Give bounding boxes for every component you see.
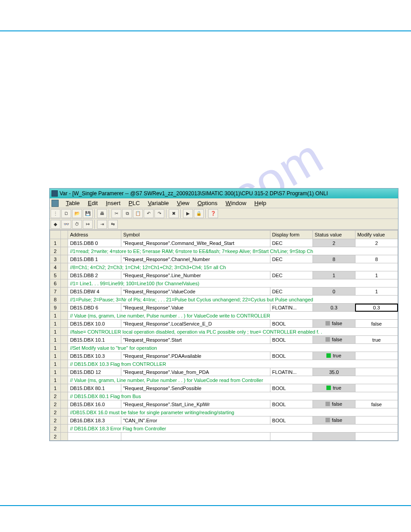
address-cell[interactable]: DB15.DBX 10.0	[68, 320, 121, 328]
row-mark[interactable]	[60, 263, 68, 271]
address-cell[interactable]: DB15.DBW 4	[68, 287, 121, 296]
display-form-cell[interactable]: BOOL	[270, 416, 313, 425]
comment-cell[interactable]: // DB16.DBX 18.3 Error Flag from Control…	[68, 425, 398, 433]
toolbar-help-button[interactable]: ❓	[208, 209, 218, 218]
table-row[interactable]: 2DB16.DBX 18.3"CAN_IN".ErrorBOOLfalse	[50, 416, 398, 425]
modify-value-cell[interactable]	[355, 416, 398, 425]
toolbar-lock-button[interactable]: 🔒	[194, 209, 204, 218]
symbol-cell[interactable]: "Request_Response".LocalService_E_D	[121, 320, 270, 328]
symbol-cell[interactable]: "CAN_IN".Error	[121, 416, 270, 425]
menu-help[interactable]: Help	[251, 198, 270, 208]
row-mark[interactable]	[60, 384, 68, 392]
toolbar-transfer-button[interactable]: ⇆	[108, 220, 118, 229]
toolbar-copy-button[interactable]: ⧉	[122, 209, 132, 218]
toolbar-glasses-button[interactable]: 👓	[61, 220, 71, 229]
row-mark[interactable]	[60, 304, 68, 312]
address-cell[interactable]: DB15.DBD 6	[68, 304, 121, 312]
modify-value-cell[interactable]	[355, 384, 398, 392]
address-cell[interactable]: DB15.DBX 16.0	[68, 400, 121, 408]
modify-value-cell[interactable]	[355, 368, 398, 376]
row-mark[interactable]	[60, 416, 68, 425]
symbol-cell[interactable]: "Request_Response".ValueCode	[121, 287, 270, 296]
symbol-cell[interactable]: "Request_Response".Start_Line_KplWr	[121, 400, 270, 408]
table-row[interactable]: 1DB15.DBX 80.1"Request_Response".SendPos…	[50, 384, 398, 392]
modify-value-cell[interactable]: false	[355, 320, 398, 328]
row-mark[interactable]	[60, 247, 68, 255]
display-form-cell[interactable]: DEC	[270, 255, 313, 263]
row-mark[interactable]	[60, 287, 68, 296]
toolbar-modify-button[interactable]: ⇥	[97, 220, 107, 229]
table-row[interactable]: 3DB15.DBB 1"Request_Response".Channel_Nu…	[50, 255, 398, 263]
address-cell[interactable]: DB15.DBX 10.1	[68, 336, 121, 344]
modify-value-cell[interactable]: 0.3	[355, 304, 398, 312]
table-row[interactable]: 2//1=read; 2=write; 4=store to EE; 5=era…	[50, 247, 398, 255]
table-row[interactable]: 1//false= CONTROLLER local operation dis…	[50, 328, 398, 336]
symbol-cell[interactable]: "Request_Response".Line_Number	[121, 271, 270, 279]
display-form-cell[interactable]: DEC	[270, 239, 313, 247]
comment-cell[interactable]: // DB15.DBX 80.1 Flag from Bus	[68, 392, 398, 400]
toolbar-step-button[interactable]: ↦	[83, 220, 93, 229]
display-form-cell[interactable]: BOOL	[270, 320, 313, 328]
modify-value-cell[interactable]: 8	[355, 255, 398, 263]
toolbar-open-button[interactable]: 📂	[72, 209, 82, 218]
table-row[interactable]: 2	[50, 433, 398, 441]
col-display-form[interactable]: Display form	[270, 231, 313, 239]
toolbar-redo-button[interactable]: ↷	[154, 209, 164, 218]
table-row[interactable]: 1// DB15.DBX 10.3 Flag from CONTROLLER	[50, 360, 398, 368]
titlebar[interactable]: Var - [W_Single Paramerer -- @S7 SWRev1_…	[50, 189, 398, 198]
row-mark[interactable]	[60, 336, 68, 344]
row-mark[interactable]	[60, 312, 68, 320]
toolbar-cut-button[interactable]: ✂	[111, 209, 121, 218]
display-form-cell[interactable]: BOOL	[270, 352, 313, 360]
col-status-value[interactable]: Status value	[313, 231, 355, 239]
symbol-cell[interactable]: "Request_Response".Value_from_PDA	[121, 368, 270, 376]
col-modify-value[interactable]: Modify value	[355, 231, 398, 239]
row-mark[interactable]	[60, 368, 68, 376]
col-symbol[interactable]: Symbol	[121, 231, 270, 239]
row-mark[interactable]	[60, 392, 68, 400]
toolbar-go-button[interactable]: ▶	[183, 209, 193, 218]
address-cell[interactable]: DB16.DBX 18.3	[68, 416, 121, 425]
toolbar-print-button[interactable]: 🖶	[97, 209, 107, 218]
modify-value-cell[interactable]: 1	[355, 271, 398, 279]
table-row[interactable]: 1// Value (ms, gramm, Line number, Pulse…	[50, 376, 398, 384]
table-row[interactable]: 6//1= Line1. . . 99=Line99; 100=Line100 …	[50, 279, 398, 287]
comment-cell[interactable]: //8=Ch1; 4=Ch2; 2=Ch3; 1=Ch4; 12=Ch1+Ch2…	[68, 263, 398, 271]
display-form-cell[interactable]: FLOATIN...	[270, 304, 313, 312]
menu-window[interactable]: Window	[222, 198, 250, 208]
modify-value-cell[interactable]	[355, 352, 398, 360]
modify-value-cell[interactable]: false	[355, 400, 398, 408]
row-mark[interactable]	[60, 352, 68, 360]
table-row[interactable]: 2DB15.DBX 16.0"Request_Response".Start_L…	[50, 400, 398, 408]
row-mark[interactable]	[60, 400, 68, 408]
symbol-cell[interactable]: "Request_Response".PDAAvailable	[121, 352, 270, 360]
table-row[interactable]: 5DB15.DBB 2"Request_Response".Line_Numbe…	[50, 271, 398, 279]
address-cell[interactable]: DB15.DBB 0	[68, 239, 121, 247]
display-form-cell[interactable]: BOOL	[270, 336, 313, 344]
row-mark[interactable]	[60, 296, 68, 304]
address-cell[interactable]: DB15.DBB 2	[68, 271, 121, 279]
table-row[interactable]: 2// DB16.DBX 18.3 Error Flag from Contro…	[50, 425, 398, 433]
row-mark[interactable]	[60, 344, 68, 352]
row-mark[interactable]	[60, 328, 68, 336]
table-row[interactable]: 1DB15.DBX 10.0"Request_Response".LocalSe…	[50, 320, 398, 328]
comment-cell[interactable]: // Value (ms, gramm, Line number, Pulse …	[68, 312, 398, 320]
row-mark[interactable]	[60, 239, 68, 247]
table-row[interactable]: 9DB15.DBD 6"Request_Response".ValueFLOAT…	[50, 304, 398, 312]
symbol-cell[interactable]: "Request_Response".Channel_Number	[121, 255, 270, 263]
display-form-cell[interactable]: FLOATIN...	[270, 368, 313, 376]
toolbar-grip-button[interactable]: ⋮	[51, 209, 60, 218]
toolbar-save-button[interactable]: 💾	[83, 209, 93, 218]
comment-cell[interactable]: //Set Modify value to "true" for operati…	[68, 344, 398, 352]
symbol-cell[interactable]: "Request_Response".Start	[121, 336, 270, 344]
row-mark[interactable]	[60, 433, 68, 441]
table-row[interactable]: 1DB15.DBX 10.3"Request_Response".PDAAvai…	[50, 352, 398, 360]
row-mark[interactable]	[60, 279, 68, 287]
menu-variable[interactable]: Variable	[144, 198, 172, 208]
symbol-cell[interactable]: "Request_Response".Command_Wite_Read_Sta…	[121, 239, 270, 247]
toolbar-delete-button[interactable]: ✖	[169, 209, 179, 218]
comment-cell[interactable]: //DB15.DBX 16.0 must be false for single…	[68, 408, 398, 416]
address-cell[interactable]: DB15.DBB 1	[68, 255, 121, 263]
display-form-cell[interactable]: DEC	[270, 287, 313, 296]
modify-value-cell[interactable]	[355, 433, 398, 441]
